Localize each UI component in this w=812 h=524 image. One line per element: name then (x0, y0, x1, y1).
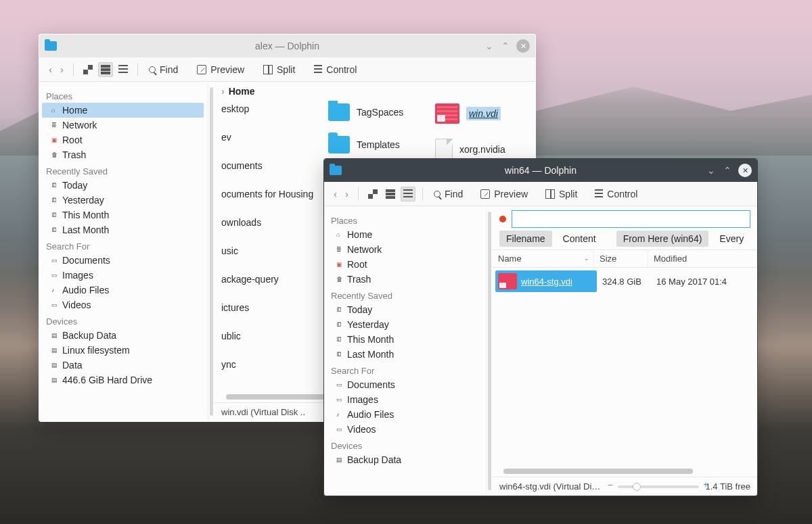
sidebar-item-backup[interactable]: ▤Backup Data (42, 328, 204, 343)
nav-forward[interactable]: › (58, 62, 66, 76)
file-item[interactable]: ublic (221, 328, 315, 344)
sidebar-item-network[interactable]: ≣Network (42, 118, 204, 133)
close-button[interactable]: ✕ (738, 164, 752, 177)
row-name[interactable]: win64-stg.vdi (495, 270, 597, 292)
sidebar-item-images[interactable]: ▭Images (42, 268, 204, 283)
file-item[interactable]: ocuments for Housing (221, 186, 315, 202)
file-item[interactable]: ocuments (221, 158, 315, 174)
view-icons[interactable] (365, 187, 380, 201)
window-title: win64 — Dolphin (324, 165, 757, 176)
minimize-button[interactable]: ⌄ (706, 165, 717, 176)
search-results-view: Filename Content From Here (win64) Every… (493, 206, 757, 496)
vdi-icon (498, 273, 517, 289)
sidebar-item-images[interactable]: ▭Images (327, 392, 482, 407)
list-row[interactable]: win64-stg.vdi 324.8 GiB 16 May 2017 01:4 (495, 270, 754, 292)
sidebar-item-home[interactable]: ⌂Home (327, 227, 482, 242)
breadcrumb[interactable]: › Home (215, 82, 535, 101)
sidebar-item-last-month[interactable]: 🗓Last Month (42, 222, 204, 237)
view-compact[interactable] (98, 62, 113, 77)
sidebar-item-trash[interactable]: 🗑Trash (327, 272, 482, 287)
sidebar-item-today[interactable]: 🗓Today (327, 302, 482, 317)
places-header: Places (42, 87, 204, 103)
sidebar-item-home[interactable]: ⌂Home (42, 103, 204, 118)
sidebar-item-linuxfs[interactable]: ▤Linux filesystem (42, 343, 204, 358)
sidebar-item-root[interactable]: ▣Root (327, 257, 482, 272)
window-title: alex — Dolphin (39, 41, 535, 51)
filter-everywhere[interactable]: Everyv (713, 231, 744, 247)
list-header[interactable]: Name⌄ Size Modified (493, 249, 757, 268)
sidebar-item-network[interactable]: ≣Network (327, 242, 482, 257)
minimize-button[interactable]: ⌄ (484, 41, 495, 51)
sidebar-item-trash[interactable]: 🗑Trash (42, 147, 204, 162)
sidebar-splitter[interactable] (210, 87, 213, 416)
col-modified[interactable]: Modified (648, 250, 757, 267)
titlebar[interactable]: alex — Dolphin ⌄ ⌃ ✕ (39, 34, 535, 57)
sidebar-item-data[interactable]: ▤Data (42, 358, 204, 373)
nav-back[interactable]: ‹ (331, 187, 340, 201)
sidebar-item-yesterday[interactable]: 🗓Yesterday (327, 317, 482, 332)
titlebar[interactable]: win64 — Dolphin ⌄ ⌃ ✕ (324, 159, 757, 182)
breadcrumb-home[interactable]: Home (229, 86, 255, 97)
nav-back[interactable]: ‹ (46, 62, 55, 76)
file-item[interactable]: ackage-query (221, 271, 315, 287)
view-compact[interactable] (383, 187, 398, 201)
stop-search-icon[interactable] (499, 216, 506, 222)
preview-button[interactable]: Preview (476, 186, 532, 202)
sidebar-item-today[interactable]: 🗓Today (42, 178, 204, 193)
sidebar-item-docs[interactable]: ▭Documents (42, 253, 204, 268)
view-icons[interactable] (81, 62, 95, 77)
folder-icon (328, 136, 350, 153)
sidebar-item-videos[interactable]: ▭Videos (42, 297, 204, 312)
nav-forward[interactable]: › (342, 187, 351, 201)
search-input[interactable] (512, 210, 750, 228)
split-button[interactable]: Split (259, 62, 299, 78)
filter-from-here[interactable]: From Here (win64) (616, 231, 709, 247)
sidebar-item-this-month[interactable]: 🗓This Month (327, 332, 482, 347)
statusbar: win64-stg.vdi (Virtual Di… – + 1.4 TiB f… (493, 477, 757, 496)
control-button[interactable]: Control (310, 62, 361, 78)
sidebar-item-last-month[interactable]: 🗓Last Month (327, 347, 482, 362)
sidebar-item-root[interactable]: ▣Root (42, 133, 204, 147)
sidebar-item-yesterday[interactable]: 🗓Yesterday (42, 193, 204, 208)
toolbar: ‹ › Find Preview Split Control (39, 57, 535, 82)
maximize-button[interactable]: ⌃ (500, 41, 511, 51)
file-item-winvdi[interactable]: win.vdi (435, 101, 528, 126)
split-button[interactable]: Split (541, 186, 581, 202)
folder-icon (328, 103, 350, 121)
sidebar-splitter[interactable] (488, 212, 491, 490)
window-dolphin-win64[interactable]: win64 — Dolphin ⌄ ⌃ ✕ ‹ › Find Preview S… (323, 158, 758, 496)
find-button[interactable]: Find (145, 62, 182, 78)
sidebar-item-audio[interactable]: ♪Audio Files (327, 407, 482, 422)
sidebar-item-videos[interactable]: ▭Videos (327, 422, 482, 437)
horizontal-scrollbar[interactable] (503, 469, 746, 475)
file-item[interactable]: ync (221, 356, 315, 373)
file-item[interactable]: ev (221, 129, 315, 145)
status-text: win.vdi (Virtual Disk .. (221, 407, 305, 417)
filter-content[interactable]: Content (556, 231, 603, 247)
close-button[interactable]: ✕ (516, 39, 530, 53)
sidebar-item-docs[interactable]: ▭Documents (327, 377, 482, 392)
sidebar-item-hdd[interactable]: ▤446.6 GiB Hard Drive (42, 373, 204, 387)
maximize-button[interactable]: ⌃ (722, 165, 733, 176)
file-item-tagspaces[interactable]: TagSpaces (328, 101, 422, 124)
file-item[interactable]: ownloads (221, 214, 315, 231)
col-name[interactable]: Name⌄ (493, 250, 594, 267)
sidebar-item-this-month[interactable]: 🗓This Month (42, 208, 204, 222)
places-panel: Places ⌂Home ≣Network ▣Root 🗑Trash Recen… (324, 206, 487, 496)
control-button[interactable]: Control (591, 186, 641, 202)
col-size[interactable]: Size (594, 250, 648, 267)
zoom-slider[interactable]: – + (618, 485, 699, 488)
view-details[interactable] (401, 187, 415, 201)
file-item[interactable]: ictures (221, 300, 315, 316)
find-button[interactable]: Find (430, 186, 467, 202)
file-item[interactable]: esktop (221, 101, 315, 117)
file-item-templates[interactable]: Templates (328, 133, 422, 156)
view-details[interactable] (116, 62, 131, 77)
sidebar-item-backup[interactable]: ▤Backup Data (327, 452, 482, 467)
app-icon (330, 166, 342, 175)
filter-filename[interactable]: Filename (499, 231, 552, 247)
sidebar-item-audio[interactable]: ♪Audio Files (42, 283, 204, 297)
file-item[interactable]: usic (221, 243, 315, 259)
status-text: win64-stg.vdi (Virtual Di… (499, 481, 600, 492)
preview-button[interactable]: Preview (193, 62, 248, 78)
